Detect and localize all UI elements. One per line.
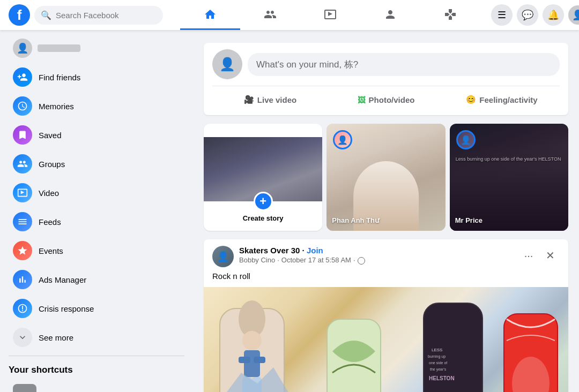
post-more-button[interactable]: ··· — [519, 246, 538, 265]
menu-icon-btn[interactable]: ☰ — [491, 4, 513, 26]
sidebar-item-memories[interactable]: Memories — [4, 92, 189, 120]
sidebar-item-label: Memories — [39, 102, 74, 111]
svg-rect-4 — [239, 357, 250, 363]
tab-gaming[interactable] — [420, 0, 480, 30]
post-user-avatar: 👤 — [212, 49, 242, 79]
groups-icon — [13, 154, 32, 174]
memories-icon — [13, 96, 32, 116]
live-video-button[interactable]: 🎥 Live video — [212, 91, 328, 109]
search-input[interactable] — [56, 11, 157, 20]
sidebar-item-label: Ads Manager — [39, 275, 86, 284]
story-phan-anh-thu[interactable]: 👤 Phan Anh Thư — [326, 124, 445, 231]
live-video-label: Live video — [257, 95, 296, 104]
messenger-icon-btn[interactable]: 💬 — [517, 4, 538, 26]
sidebar-item-ads-manager[interactable]: Ads Manager — [4, 266, 189, 293]
sidebar-item-label: See more — [39, 333, 73, 342]
topnav-left: f 🔍 — [9, 4, 180, 26]
main-feed: 👤 What's on your mind, 栋? 🎥 Live video 🖼… — [193, 30, 579, 392]
svg-rect-5 — [254, 357, 265, 363]
post-close-button[interactable]: ✕ — [540, 246, 560, 265]
sidebar-user[interactable]: 👤 — [4, 34, 189, 62]
post-group-name: Skaters Over 30 · Join — [239, 246, 514, 255]
post-header-actions: ··· ✕ — [519, 246, 560, 265]
create-story-label: Create story — [243, 214, 284, 222]
photo-video-icon: 🖼 — [358, 95, 366, 104]
skateboard-illustration: LESS burning up one side of the year's H… — [204, 287, 568, 392]
tab-people[interactable] — [240, 0, 300, 30]
sidebar-item-label: Groups — [39, 160, 65, 169]
sidebar-item-label: Events — [39, 246, 63, 255]
story-mrprice-avatar: 👤 — [456, 130, 476, 149]
feeling-icon: 😊 — [466, 95, 476, 104]
facebook-logo[interactable]: f — [9, 4, 30, 26]
top-navigation: f 🔍 ☰ 💬 🔔 👤 — [0, 0, 579, 30]
see-more-icon — [13, 328, 32, 347]
sidebar-item-label: Find friends — [39, 73, 80, 82]
shortcut-thumbnail — [13, 384, 36, 392]
svg-text:one side of: one side of — [429, 361, 447, 365]
post-box-top: 👤 What's on your mind, 栋? — [212, 49, 560, 79]
feeds-icon — [13, 212, 32, 231]
sidebar-divider — [9, 356, 184, 356]
tab-home[interactable] — [180, 0, 240, 30]
user-avatar-topnav[interactable]: 👤 — [568, 5, 579, 25]
page-layout: 👤 Find friends Memories Saved — [0, 0, 579, 392]
post-input[interactable]: What's on your mind, 栋? — [248, 53, 560, 76]
tab-profile[interactable] — [360, 0, 420, 30]
sidebar-user-name — [38, 44, 80, 52]
saved-icon — [13, 125, 32, 145]
post-image: LESS burning up one side of the year's H… — [204, 287, 568, 392]
create-story-card[interactable]: + Create story — [204, 124, 322, 231]
sidebar-item-crisis-response[interactable]: Crisis response — [4, 295, 189, 322]
feeling-label: Feeling/activity — [479, 95, 537, 104]
topnav-right: ☰ 💬 🔔 👤 — [480, 4, 579, 26]
live-video-icon: 🎥 — [244, 95, 254, 104]
stories-row: + Create story 👤 Phan Anh Thư — [204, 124, 568, 231]
sidebar-item-see-more[interactable]: See more — [4, 323, 189, 351]
create-story-plus-button[interactable]: + — [254, 192, 273, 211]
shortcuts-title: Your shortcuts — [0, 360, 193, 380]
feeling-activity-button[interactable]: 😊 Feeling/activity — [444, 91, 560, 109]
search-icon: 🔍 — [41, 10, 51, 20]
globe-icon — [358, 257, 365, 265]
post-subtitle: Bobby Cino · October 17 at 5:58 AM · — [239, 256, 514, 264]
find-friends-icon — [13, 67, 32, 87]
events-icon — [13, 241, 32, 260]
story-phan-name: Phan Anh Thư — [332, 216, 440, 224]
sidebar-item-saved[interactable]: Saved — [4, 121, 189, 149]
topnav-tabs — [180, 0, 480, 30]
post-join-link[interactable]: Join — [307, 246, 323, 255]
create-story-bg: + — [204, 137, 322, 201]
tab-watch[interactable] — [300, 0, 360, 30]
story-mrprice-name: Mr Price — [455, 216, 563, 224]
post-create-box: 👤 What's on your mind, 栋? 🎥 Live video 🖼… — [204, 43, 568, 115]
photo-video-button[interactable]: 🖼 Photo/video — [328, 91, 444, 109]
post-header: 👤 Skaters Over 30 · Join Bobby Cino · Oc… — [204, 239, 568, 267]
notifications-icon-btn[interactable]: 🔔 — [543, 4, 564, 26]
story-mrprice[interactable]: 👤 Mr Price Less burning up one side of t… — [450, 124, 568, 231]
sidebar-item-feeds[interactable]: Feeds — [4, 208, 189, 236]
svg-text:HELSTON: HELSTON — [429, 375, 455, 381]
feed-container: 👤 What's on your mind, 栋? 🎥 Live video 🖼… — [204, 43, 568, 392]
post-meta: Skaters Over 30 · Join Bobby Cino · Octo… — [239, 246, 514, 264]
post-author: Bobby Cino — [239, 256, 275, 264]
svg-point-2 — [242, 331, 262, 350]
video-icon — [13, 183, 32, 202]
search-bar[interactable]: 🔍 — [34, 6, 163, 25]
ads-icon — [13, 270, 32, 289]
post-text: Rock n roll — [204, 267, 568, 287]
svg-rect-3 — [244, 350, 260, 377]
sidebar-item-find-friends[interactable]: Find friends — [4, 63, 189, 91]
sidebar-item-events[interactable]: Events — [4, 237, 189, 265]
sidebar-item-label: Video — [39, 189, 59, 198]
sidebar-item-label: Feeds — [39, 217, 61, 227]
svg-text:the year's: the year's — [430, 367, 447, 372]
photo-video-label: Photo/video — [369, 95, 415, 104]
sidebar-item-video[interactable]: Video — [4, 179, 189, 207]
sidebar: 👤 Find friends Memories Saved — [0, 30, 193, 392]
sidebar-item-groups[interactable]: Groups — [4, 150, 189, 178]
svg-text:LESS: LESS — [432, 348, 442, 352]
post-image-inner: LESS burning up one side of the year's H… — [204, 287, 568, 392]
sidebar-item-label: Saved — [39, 131, 62, 140]
shortcut-item[interactable] — [4, 381, 189, 392]
